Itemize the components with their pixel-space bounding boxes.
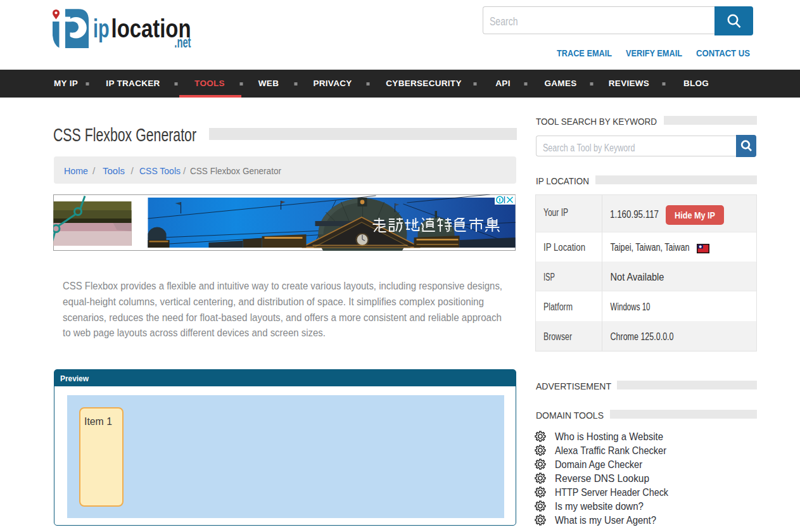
svg-text:.net: .net xyxy=(174,34,191,51)
svg-text:equal-height columns, vertical: equal-height columns, vertical centering… xyxy=(63,295,484,308)
svg-text:Reverse DNS Lookup: Reverse DNS Lookup xyxy=(555,472,649,484)
svg-text:VERIFY EMAIL: VERIFY EMAIL xyxy=(626,48,682,58)
svg-text:DOMAIN TOOLS: DOMAIN TOOLS xyxy=(536,410,604,421)
svg-text:TOOL SEARCH BY KEYWORD: TOOL SEARCH BY KEYWORD xyxy=(536,116,657,127)
svg-text:CSS Flexbox provides a flexibl: CSS Flexbox provides a flexible and intu… xyxy=(63,279,502,292)
svg-text:Is my website down?: Is my website down? xyxy=(555,500,644,512)
svg-text:HTTP Server Header Check: HTTP Server Header Check xyxy=(555,486,668,498)
svg-text:ip: ip xyxy=(93,15,110,42)
svg-text:IP LOCATION: IP LOCATION xyxy=(536,175,589,186)
svg-text:Who is Hosting a Website: Who is Hosting a Website xyxy=(555,431,663,443)
svg-text:CONTACT US: CONTACT US xyxy=(696,48,750,58)
svg-text:to web page layouts across dif: to web page layouts across different dev… xyxy=(63,326,326,339)
svg-text:Domain Age Checker: Domain Age Checker xyxy=(555,459,642,471)
svg-text:What is my User Agent?: What is my User Agent? xyxy=(555,514,656,526)
svg-text:Alexa Traffic Rank Checker: Alexa Traffic Rank Checker xyxy=(555,445,666,457)
svg-text:CSS Flexbox Generator: CSS Flexbox Generator xyxy=(53,124,196,145)
svg-text:ADVERTISEMENT: ADVERTISEMENT xyxy=(536,381,611,391)
svg-text:TRACE EMAIL: TRACE EMAIL xyxy=(557,48,612,58)
svg-text:scenarios, reduces the need fo: scenarios, reduces the need for float-ba… xyxy=(63,311,502,324)
